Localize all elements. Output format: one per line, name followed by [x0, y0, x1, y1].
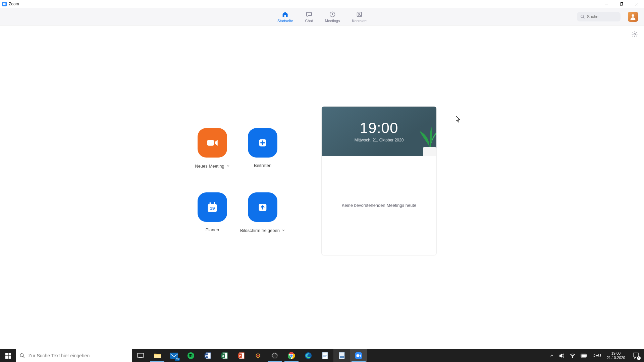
notepad-button[interactable] [317, 349, 333, 362]
notepad-icon [322, 352, 328, 359]
action-schedule: 19 Planen [187, 192, 237, 233]
svg-rect-23 [5, 353, 8, 355]
schedule-button[interactable]: 19 [198, 192, 227, 222]
svg-point-27 [20, 354, 23, 357]
svg-line-10 [583, 17, 585, 18]
contacts-icon [356, 11, 363, 18]
clock-date: 21.10.2020 [607, 356, 625, 360]
svg-rect-59 [357, 354, 359, 357]
zoom-icon [355, 352, 362, 359]
app-button-12[interactable] [333, 349, 350, 362]
tray-chevron-up[interactable] [549, 354, 555, 358]
svg-text:W: W [205, 354, 208, 358]
plus-icon [257, 137, 268, 148]
spotify-button[interactable] [182, 349, 199, 362]
chrome-icon [288, 352, 295, 359]
close-button[interactable] [629, 0, 644, 8]
svg-rect-29 [138, 353, 144, 357]
obs-button[interactable] [266, 349, 283, 362]
windows-icon [5, 353, 11, 359]
notification-center-button[interactable]: 1 [628, 349, 644, 362]
svg-point-11 [632, 14, 634, 16]
tab-chat[interactable]: Chat [304, 9, 314, 24]
tray-volume-icon[interactable] [558, 353, 566, 358]
chevron-down-icon[interactable] [226, 163, 230, 169]
spotify-icon [187, 352, 195, 359]
clock-icon [329, 11, 336, 18]
svg-rect-18 [210, 202, 211, 205]
tab-label: Kontakte [352, 19, 366, 23]
app-button-7[interactable] [250, 349, 266, 362]
calendar-header: 19:00 Mittwoch, 21. Oktober 2020 [322, 107, 436, 156]
search-icon [19, 353, 25, 359]
edge-icon [305, 352, 312, 359]
file-explorer-button[interactable] [149, 349, 166, 362]
chat-icon [305, 11, 313, 18]
word-icon: W [204, 352, 211, 359]
svg-text:P: P [239, 354, 241, 358]
svg-rect-57 [340, 356, 344, 358]
minimize-button[interactable] [599, 0, 614, 8]
maximize-button[interactable] [614, 0, 629, 8]
chevron-down-icon[interactable] [282, 227, 285, 233]
main-content: Neues Meeting Beitreten [0, 25, 644, 349]
circle-app-icon [254, 352, 262, 359]
calendar-panel: 19:00 Mittwoch, 21. Oktober 2020 Keine b… [321, 106, 437, 255]
search-box[interactable] [577, 12, 621, 21]
svg-rect-24 [8, 353, 11, 355]
home-icon [281, 11, 289, 18]
action-label: Planen [206, 227, 219, 232]
obs-icon [271, 352, 278, 359]
tab-meetings[interactable]: Meetings [324, 9, 341, 24]
svg-rect-26 [8, 356, 11, 358]
taskbar-search[interactable] [16, 349, 132, 362]
chrome-button[interactable] [283, 349, 300, 362]
taskbar-icons: 69 W X P [132, 349, 367, 362]
excel-icon: X [221, 352, 228, 359]
tray-language[interactable]: DEU [592, 353, 602, 358]
edge-button[interactable] [300, 349, 317, 362]
zoom-app-icon [2, 2, 7, 6]
nav-tabs: Startseite Chat Meetings Kontakte [276, 9, 368, 24]
action-label: Neues Meeting [195, 164, 224, 169]
document-icon [338, 352, 345, 359]
calendar-empty-text: Keine bevorstehenden Meetings heute [342, 203, 417, 208]
powerpoint-button[interactable]: P [233, 349, 250, 362]
word-button[interactable]: W [199, 349, 216, 362]
tray-battery-icon[interactable] [580, 354, 588, 358]
start-button[interactable] [0, 349, 16, 362]
share-screen-button[interactable] [248, 192, 277, 222]
join-button[interactable] [248, 128, 277, 158]
svg-rect-52 [322, 352, 328, 359]
taskbar-search-input[interactable] [29, 353, 128, 358]
mail-button[interactable]: 69 [166, 349, 182, 362]
svg-rect-62 [587, 355, 587, 356]
svg-rect-22 [423, 147, 436, 156]
new-meeting-button[interactable] [198, 128, 227, 158]
share-icon [257, 201, 268, 213]
titlebar: Zoom [0, 0, 644, 8]
powerpoint-icon: P [237, 352, 245, 359]
mail-badge: 69 [175, 358, 180, 361]
tab-label: Chat [305, 19, 313, 23]
svg-rect-31 [154, 355, 161, 358]
tray-wifi-icon[interactable] [569, 353, 576, 358]
svg-rect-19 [214, 202, 215, 205]
calendar-icon: 19 [206, 200, 219, 214]
excel-button[interactable]: X [216, 349, 233, 362]
taskview-button[interactable] [132, 349, 149, 362]
top-nav: Startseite Chat Meetings Kontakte [0, 8, 644, 25]
taskbar: 69 W X P [0, 349, 644, 362]
user-avatar[interactable] [628, 12, 638, 22]
actions-grid: Neues Meeting Beitreten [187, 128, 288, 233]
tab-contacts[interactable]: Kontakte [351, 9, 368, 24]
taskbar-clock[interactable]: 19:00 21.10.2020 [604, 349, 628, 362]
svg-point-45 [257, 355, 259, 357]
tab-home[interactable]: Startseite [276, 9, 294, 24]
zoom-taskbar-button[interactable] [350, 349, 367, 362]
search-icon [580, 14, 585, 19]
search-input[interactable] [587, 14, 617, 19]
video-icon [205, 136, 219, 150]
system-tray: DEU [547, 349, 604, 362]
action-new-meeting: Neues Meeting [187, 128, 237, 169]
